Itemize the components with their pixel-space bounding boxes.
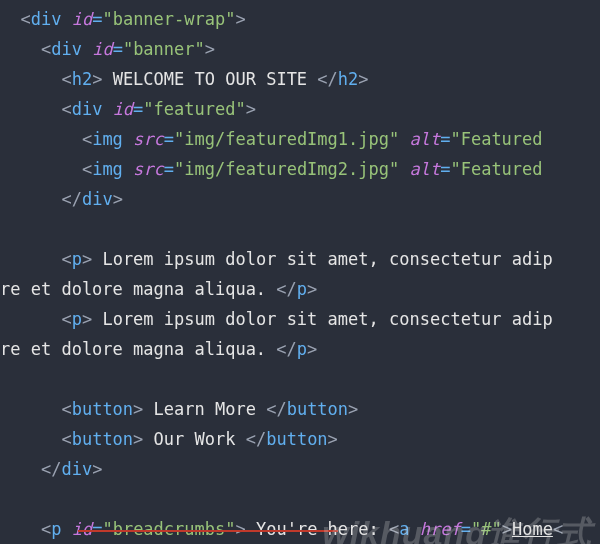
token-pun: </	[317, 69, 337, 89]
token-pun: </	[266, 399, 286, 419]
token-pun: <	[61, 309, 71, 329]
token-txt: WELCOME TO OUR SITE	[102, 69, 317, 89]
token-pun: >	[328, 429, 338, 449]
code-line[interactable]: <button> Learn More </button>	[0, 394, 600, 424]
token-tag: button	[72, 429, 133, 449]
token-tag: h2	[72, 69, 92, 89]
token-tag: img	[92, 129, 133, 149]
code-line[interactable]: <img src="img/featuredImg1.jpg" alt="Fea…	[0, 124, 600, 154]
code-line[interactable]: re et dolore magna aliqua. </p>	[0, 334, 600, 364]
token-pun: >	[358, 69, 368, 89]
code-line[interactable]: <img src="img/featuredImg2.jpg" alt="Fea…	[0, 154, 600, 184]
token-attr: src	[133, 159, 164, 179]
code-line[interactable]: <h2> WELCOME TO OUR SITE </h2>	[0, 64, 600, 94]
token-pun: </	[61, 189, 81, 209]
token-str: "img/featuredImg1.jpg"	[174, 129, 409, 149]
code-line[interactable]: </div>	[0, 454, 600, 484]
token-pun: >	[307, 279, 317, 299]
token-eq: =	[164, 129, 174, 149]
token-eq: =	[164, 159, 174, 179]
token-pun: </	[41, 459, 61, 479]
token-pun: <	[61, 99, 71, 119]
token-str: "featured"	[143, 99, 245, 119]
token-txt: Our Work	[143, 429, 245, 449]
code-editor[interactable]: <div id="banner-wrap"> <div id="banner">…	[0, 0, 600, 544]
token-pun: >	[92, 69, 102, 89]
code-line[interactable]	[0, 364, 600, 394]
token-pun: </	[276, 279, 296, 299]
token-linktxt: Home	[512, 519, 553, 539]
token-pun: >	[246, 99, 256, 119]
token-pun: >	[205, 39, 215, 59]
token-pun: <	[61, 399, 71, 419]
token-pun: >	[82, 249, 92, 269]
token-eq: =	[92, 519, 102, 539]
code-line[interactable]: </div>	[0, 184, 600, 214]
code-line[interactable]: <div id="banner">	[0, 34, 600, 64]
token-pun: <	[41, 39, 51, 59]
token-tag: div	[61, 459, 92, 479]
code-line[interactable]	[0, 484, 600, 514]
code-line[interactable]: <p id="breadcrumbs"> You're here: <a hre…	[0, 514, 600, 544]
token-str: "banner-wrap"	[102, 9, 235, 29]
token-tag: p	[297, 339, 307, 359]
token-pun: >	[82, 309, 92, 329]
code-line[interactable]	[0, 214, 600, 244]
token-pun: <	[61, 249, 71, 269]
token-eq: =	[440, 129, 450, 149]
token-attr: alt	[409, 129, 440, 149]
token-pun: </	[276, 339, 296, 359]
token-pun: <	[61, 69, 71, 89]
token-tag: p	[72, 249, 82, 269]
token-tag: div	[51, 39, 92, 59]
token-pun: >	[113, 189, 123, 209]
token-str: "img/featuredImg2.jpg"	[174, 159, 409, 179]
token-tag: button	[266, 429, 327, 449]
code-line[interactable]: re et dolore magna aliqua. </p>	[0, 274, 600, 304]
token-tag: div	[31, 9, 72, 29]
token-pun: >	[133, 399, 143, 419]
token-str: "breadcrumbs"	[102, 519, 235, 539]
token-tag: p	[297, 279, 307, 299]
token-pun: </	[246, 429, 266, 449]
code-line[interactable]: <button> Our Work </button>	[0, 424, 600, 454]
token-attr: id	[72, 519, 92, 539]
code-line[interactable]: <div id="banner-wrap">	[0, 4, 600, 34]
token-pun: <	[20, 9, 30, 29]
token-txt: You're here:	[246, 519, 389, 539]
token-pun: <	[61, 429, 71, 449]
token-txt: Learn More	[143, 399, 266, 419]
token-eq: =	[133, 99, 143, 119]
token-tag: div	[72, 99, 113, 119]
code-line[interactable]: <div id="featured">	[0, 94, 600, 124]
token-pun: >	[307, 339, 317, 359]
token-pun: <	[389, 519, 399, 539]
token-pun: <	[553, 519, 563, 539]
token-txt: Lorem ipsum dolor sit amet, consectetur …	[92, 309, 553, 329]
token-tag: button	[287, 399, 348, 419]
token-tag: img	[92, 159, 133, 179]
token-str: "banner"	[123, 39, 205, 59]
token-tag: div	[82, 189, 113, 209]
token-pun: <	[82, 129, 92, 149]
token-pun: >	[235, 519, 245, 539]
code-line[interactable]: <p> Lorem ipsum dolor sit amet, consecte…	[0, 304, 600, 334]
token-pun: <	[82, 159, 92, 179]
token-attr: alt	[409, 159, 440, 179]
token-attr: id	[72, 9, 92, 29]
token-attr: src	[133, 129, 164, 149]
token-str: "Featured	[450, 129, 542, 149]
code-line[interactable]: <p> Lorem ipsum dolor sit amet, consecte…	[0, 244, 600, 274]
token-eq: =	[440, 159, 450, 179]
token-tag: p	[51, 519, 71, 539]
token-tag: a	[399, 519, 419, 539]
token-txt: re et dolore magna aliqua.	[0, 339, 276, 359]
token-pun: >	[502, 519, 512, 539]
token-txt: re et dolore magna aliqua.	[0, 279, 276, 299]
token-txt: Lorem ipsum dolor sit amet, consectetur …	[92, 249, 553, 269]
token-pun: >	[235, 9, 245, 29]
token-tag: h2	[338, 69, 358, 89]
token-attr: id	[113, 99, 133, 119]
token-eq: =	[113, 39, 123, 59]
error-underline	[78, 530, 338, 532]
